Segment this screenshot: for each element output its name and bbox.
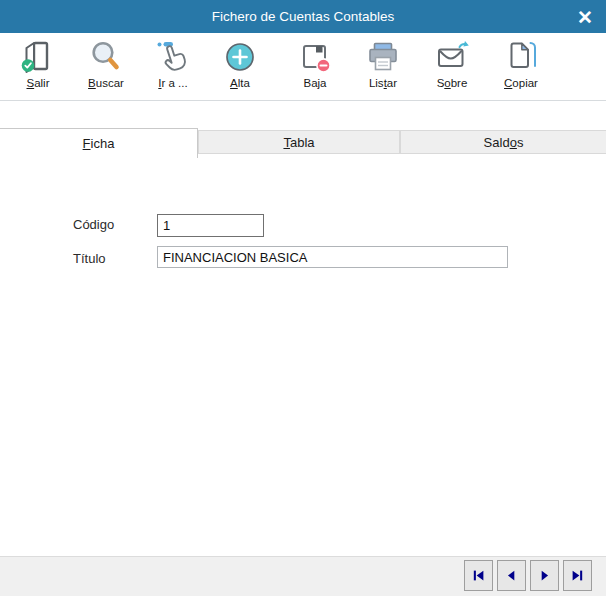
toolbar-button-ir-a[interactable]: Ir a ...	[142, 39, 204, 89]
printer-icon	[365, 39, 401, 75]
tab-ficha[interactable]: Ficha	[0, 128, 198, 158]
previous-record-button[interactable]	[497, 560, 526, 591]
titlebar: Fichero de Cuentas Contables ✕	[0, 0, 606, 33]
copy-icon	[503, 39, 539, 75]
search-icon	[88, 39, 124, 75]
first-record-button[interactable]	[464, 560, 493, 591]
goto-hand-icon	[155, 39, 191, 75]
codigo-label: Código	[73, 217, 114, 232]
toolbar-button-salir[interactable]: Salir	[7, 39, 69, 89]
toolbar-button-copiar[interactable]: Copiar	[490, 39, 552, 89]
codigo-input[interactable]	[157, 214, 264, 237]
next-record-button[interactable]	[530, 560, 559, 591]
toolbar: Salir Buscar Ir a ... Alta	[0, 33, 606, 101]
dialog-title: Fichero de Cuentas Contables	[212, 9, 394, 24]
toolbar-button-buscar[interactable]: Buscar	[75, 39, 137, 89]
tab-bar: Ficha Tabla Saldos	[0, 128, 606, 158]
toolbar-button-baja[interactable]: Baja	[284, 39, 346, 89]
envelope-icon	[434, 39, 470, 75]
toolbar-button-sobre[interactable]: Sobre	[421, 39, 483, 89]
toolbar-label-listar: Listar	[352, 77, 414, 89]
toolbar-button-alta[interactable]: Alta	[209, 39, 271, 89]
previous-record-icon	[504, 568, 519, 583]
dialog-window: Fichero de Cuentas Contables ✕ Salir Bus…	[0, 0, 606, 596]
close-icon[interactable]: ✕	[577, 7, 593, 26]
toolbar-button-listar[interactable]: Listar	[352, 39, 414, 89]
last-record-button[interactable]	[563, 560, 592, 591]
toolbar-label-alta: Alta	[209, 77, 271, 89]
add-circle-icon	[222, 39, 258, 75]
tab-saldos[interactable]: Saldos	[400, 130, 606, 154]
toolbar-label-copiar: Copiar	[490, 77, 552, 89]
toolbar-label-baja: Baja	[284, 77, 346, 89]
toolbar-label-ir-a: Ir a ...	[142, 77, 204, 89]
toolbar-label-buscar: Buscar	[75, 77, 137, 89]
titulo-input[interactable]	[157, 246, 508, 268]
remove-box-icon	[297, 39, 333, 75]
toolbar-label-salir: Salir	[7, 77, 69, 89]
bottom-bar	[0, 556, 606, 596]
last-record-icon	[570, 568, 585, 583]
titulo-label: Título	[73, 251, 106, 266]
next-record-icon	[537, 568, 552, 583]
exit-door-icon	[20, 39, 56, 75]
tab-tabla[interactable]: Tabla	[198, 130, 400, 154]
first-record-icon	[471, 568, 486, 583]
toolbar-label-sobre: Sobre	[421, 77, 483, 89]
